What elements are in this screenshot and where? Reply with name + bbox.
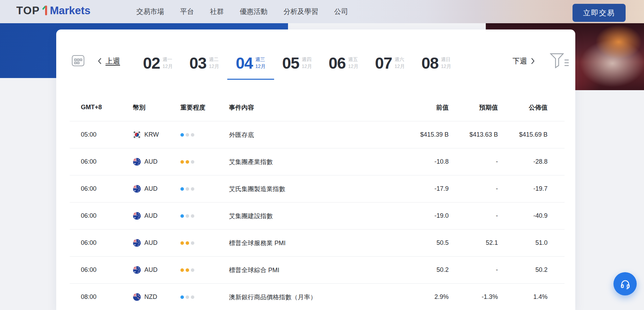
week-day-strip: 02 週一 12月 03 週二 12月 04 週三 12月 05 週四 12月 … [143,55,451,71]
date-item[interactable]: 03 週二 12月 [189,55,219,71]
open-trade-button[interactable]: 立即交易 [573,4,626,22]
event-name: 標普全球綜合 PMI [222,266,397,274]
date-labels: 週日 12月 [441,55,451,69]
table-row[interactable]: 06:00 AUD 艾集團產業指數 -10.8 - -28.8 [70,148,565,175]
currency-cell: AUD [128,239,168,247]
next-week-button[interactable]: 下週 [512,57,535,64]
table-row[interactable]: 05:00 KRW 外匯存底 $415.39 B $413.63 B $415.… [70,121,565,148]
importance-dot [180,241,184,245]
prev-week-label: 上週 [105,57,120,64]
date-weekday: 週一 [162,57,173,62]
date-weekday: 週日 [441,57,451,62]
importance-dot [191,133,194,137]
prev-week-button[interactable]: 上週 [98,57,120,64]
column-header-currency: 幣別 [128,103,168,112]
nav-item[interactable]: 平台 [180,7,194,16]
event-time: 06:00 [70,266,128,274]
economic-events-table: GMT+8 幣別 重要程度 事件內容 前值 預期值 公佈值 05:00 KRW … [70,94,565,310]
event-time: 05:00 [70,131,128,138]
event-name: 艾集團產業指數 [222,158,397,166]
importance-indicator [168,214,222,218]
table-row[interactable]: 08:00 NZD 澳新銀行商品價格指數（月率） 2.9% -1.3% 1.4% [70,284,565,310]
column-header-event: 事件內容 [222,103,397,112]
event-name: 標普全球服務業 PMI [222,239,397,247]
support-chat-button[interactable] [613,272,637,295]
nz-flag-icon [133,293,141,301]
importance-dot [191,241,194,245]
actual-value: -28.8 [498,158,565,165]
currency-cell: AUD [128,266,168,274]
date-labels: 週六 12月 [395,55,405,69]
previous-value: -10.8 [397,158,449,165]
date-weekday: 週五 [348,57,358,62]
date-month: 12月 [162,63,173,69]
date-number: 04 [236,55,253,71]
date-item[interactable]: 02 週一 12月 [143,55,173,71]
date-labels: 週一 12月 [162,55,173,69]
date-number: 08 [422,55,439,71]
currency-cell: KRW [128,131,168,139]
currency-code: AUD [144,158,158,165]
date-item[interactable]: 06 週五 12月 [329,55,358,71]
importance-dot [191,160,194,164]
date-weekday: 週三 [255,57,266,62]
importance-dot [180,295,184,299]
nav-item[interactable]: 優惠活動 [240,7,268,16]
calendar-icon[interactable] [71,54,85,68]
date-item[interactable]: 04 週三 12月 [236,55,266,71]
importance-dot [186,160,189,164]
date-number: 07 [375,55,392,71]
date-item[interactable]: 07 週六 12月 [375,55,405,71]
chevron-right-icon [531,58,535,64]
date-labels: 週四 12月 [302,55,312,69]
actual-value: -19.7 [498,185,565,192]
column-header-previous: 前值 [397,103,449,112]
table-row[interactable]: 06:00 AUD 標普全球服務業 PMI 50.5 52.1 51.0 [70,230,565,257]
next-week-label: 下週 [512,57,527,64]
importance-indicator [168,133,222,137]
chevron-left-icon [98,58,102,64]
date-item[interactable]: 05 週四 12月 [282,55,312,71]
importance-dot [186,241,189,245]
table-row[interactable]: 06:00 AUD 標普全球綜合 PMI 50.2 - 50.2 [70,257,565,284]
nav-item[interactable]: 社群 [210,7,224,16]
importance-dot [180,268,184,272]
forecast-value: - [449,266,498,274]
date-labels: 週五 12月 [348,55,358,69]
importance-indicator [168,187,222,191]
event-name: 澳新銀行商品價格指數（月率） [222,293,397,301]
event-name: 艾氏集團製造業指數 [222,185,397,193]
forecast-value: - [449,158,498,165]
date-month: 12月 [209,63,219,69]
forecast-value: - [449,185,498,192]
event-time: 06:00 [70,239,128,247]
date-weekday: 週六 [395,57,405,62]
importance-dot [186,295,189,299]
importance-indicator [168,160,222,164]
logo-top-text: TOP [16,5,40,16]
top-navbar: TOP Markets 交易市場平台社群優惠活動分析及學習公司 立即交易 [0,0,644,23]
au-flag-icon [133,266,141,274]
currency-code: AUD [144,185,158,192]
nav-item[interactable]: 分析及學習 [283,7,318,16]
event-name: 外匯存底 [222,131,397,139]
forecast-value: $413.63 B [449,131,498,138]
date-month: 12月 [255,63,266,69]
nav-item[interactable]: 公司 [334,7,348,16]
importance-dot [180,133,184,137]
event-time: 06:00 [70,212,128,219]
filter-icon[interactable] [549,52,569,69]
date-month: 12月 [441,63,451,69]
previous-value: 2.9% [397,293,449,301]
previous-value: -19.0 [397,212,449,219]
importance-dot [180,187,184,191]
importance-dot [191,187,194,191]
currency-cell: AUD [128,158,168,166]
date-item[interactable]: 08 週日 12月 [422,55,451,71]
table-row[interactable]: 06:00 AUD 艾氏集團製造業指數 -17.9 - -19.7 [70,175,565,203]
table-row[interactable]: 06:00 AUD 艾集團建設指數 -19.0 - -40.9 [70,203,565,230]
column-header-actual: 公佈值 [498,103,565,112]
brand-logo[interactable]: TOP Markets [16,5,91,16]
currency-cell: AUD [128,185,168,193]
nav-item[interactable]: 交易市場 [136,7,164,16]
